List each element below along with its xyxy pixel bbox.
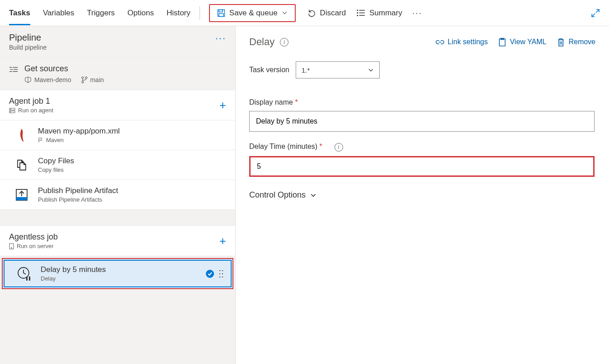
task-version-select[interactable]: 1.* <box>296 61 380 78</box>
task-maven[interactable]: Maven my-app/pom.xml Maven <box>0 120 235 150</box>
pipeline-more-icon[interactable]: ··· <box>215 32 226 44</box>
agentless-job-title: Agentless job <box>9 232 58 242</box>
svg-point-19 <box>82 81 84 83</box>
tab-tasks[interactable]: Tasks <box>9 1 30 25</box>
svg-point-17 <box>82 77 84 78</box>
check-circle-icon <box>205 269 214 278</box>
pipeline-title: Pipeline <box>9 32 46 43</box>
delay-time-input[interactable] <box>249 156 595 177</box>
discard-button[interactable]: Discard <box>302 6 352 20</box>
task-delay[interactable]: Delay by 5 minutes Delay <box>2 258 233 289</box>
copy-icon <box>14 157 30 173</box>
svg-point-37 <box>222 276 223 277</box>
svg-point-35 <box>222 273 223 274</box>
sources-branch: main <box>81 76 104 83</box>
svg-point-22 <box>10 109 11 109</box>
discard-label: Discard <box>320 9 346 18</box>
chevron-down-icon <box>310 192 316 198</box>
maven-icon <box>14 127 30 143</box>
server-icon <box>9 108 15 113</box>
agentless-job-header[interactable]: Agentless job Run on server + <box>0 226 235 256</box>
get-sources[interactable]: Get sources Maven-demo main <box>0 58 235 90</box>
view-yaml-button[interactable]: View YAML <box>498 38 546 46</box>
svg-rect-30 <box>29 276 30 281</box>
top-toolbar: Tasks Variables Triggers Options History… <box>0 0 609 26</box>
add-task-button[interactable]: + <box>219 98 226 112</box>
svg-point-3 <box>357 10 358 11</box>
required-indicator: * <box>320 143 322 150</box>
task-subtitle: Maven <box>38 137 120 143</box>
server-single-icon <box>9 243 14 249</box>
upload-icon <box>14 187 30 203</box>
task-detail-panel: Delay i Link settings View YAML Remove <box>236 26 609 364</box>
svg-point-33 <box>222 270 223 271</box>
link-settings-button[interactable]: Link settings <box>436 38 488 46</box>
required-indicator: * <box>295 98 298 106</box>
svg-point-18 <box>85 77 87 78</box>
list-icon <box>357 9 365 17</box>
display-name-input[interactable] <box>249 111 595 132</box>
task-title: Publish Pipeline Artifact <box>38 186 118 195</box>
svg-rect-38 <box>500 39 506 46</box>
svg-point-34 <box>219 273 221 274</box>
svg-point-36 <box>219 276 221 277</box>
remove-button[interactable]: Remove <box>557 38 595 46</box>
delay-time-label: Delay Time (minutes) * i <box>249 143 595 152</box>
task-copy-files[interactable]: Copy Files Copy files <box>0 150 235 180</box>
agent-job-title: Agent job 1 <box>9 97 53 106</box>
pipeline-subtitle: Build pipeline <box>9 44 46 51</box>
pipeline-tabs: Tasks Variables Triggers Options History <box>9 1 191 25</box>
summary-button[interactable]: Summary <box>351 6 408 20</box>
task-version-value: 1.* <box>302 66 310 74</box>
clock-pause-icon <box>16 266 33 282</box>
svg-point-27 <box>11 247 12 248</box>
tab-triggers[interactable]: Triggers <box>87 1 115 25</box>
undo-icon <box>307 9 316 17</box>
svg-point-23 <box>10 111 11 112</box>
task-title: Delay by 5 minutes <box>41 265 106 274</box>
agent-job-subtitle: Run on agent <box>9 107 53 114</box>
detail-heading: Delay i <box>249 36 288 48</box>
azure-repos-icon <box>24 77 32 83</box>
svg-rect-25 <box>16 197 27 200</box>
pipeline-tree: Pipeline Build pipeline ··· Get sources … <box>0 26 236 364</box>
more-menu[interactable]: ··· <box>408 5 427 21</box>
control-options-toggle[interactable]: Control Options <box>249 190 316 200</box>
task-title: Copy Files <box>38 157 74 166</box>
tab-variables[interactable]: Variables <box>43 1 74 25</box>
svg-rect-2 <box>219 14 223 17</box>
chevron-down-icon <box>282 10 288 16</box>
branch-icon <box>81 76 88 83</box>
svg-point-7 <box>357 15 358 16</box>
save-queue-highlight: Save & queue <box>209 4 296 22</box>
job-separator <box>0 210 235 226</box>
clipboard-icon <box>498 38 506 46</box>
svg-rect-1 <box>219 9 223 12</box>
svg-rect-29 <box>26 276 28 281</box>
svg-point-32 <box>219 270 221 271</box>
sources-icon <box>9 66 18 73</box>
pipeline-header[interactable]: Pipeline Build pipeline ··· <box>0 26 235 58</box>
add-task-button[interactable]: + <box>219 234 226 248</box>
agent-job-header[interactable]: Agent job 1 Run on agent + <box>0 90 235 120</box>
save-icon <box>217 9 225 17</box>
save-queue-label: Save & queue <box>229 9 278 18</box>
save-queue-button[interactable]: Save & queue <box>212 6 293 20</box>
info-icon[interactable]: i <box>280 38 288 46</box>
flag-icon <box>38 138 43 143</box>
link-icon <box>436 39 444 46</box>
display-name-label: Display name * <box>249 98 595 106</box>
sources-repo: Maven-demo <box>24 76 71 83</box>
agentless-job-subtitle: Run on server <box>9 243 58 249</box>
task-publish-artifact[interactable]: Publish Pipeline Artifact Publish Pipeli… <box>0 180 235 210</box>
svg-point-31 <box>206 270 214 278</box>
drag-handle-icon[interactable] <box>219 270 223 278</box>
chevron-down-icon <box>368 67 374 73</box>
task-subtitle: Copy files <box>38 166 74 173</box>
svg-line-10 <box>592 14 595 17</box>
tab-history[interactable]: History <box>167 1 191 25</box>
svg-line-9 <box>596 9 599 13</box>
tab-options[interactable]: Options <box>127 1 154 25</box>
fullscreen-icon[interactable] <box>591 9 600 18</box>
info-icon[interactable]: i <box>335 143 343 152</box>
